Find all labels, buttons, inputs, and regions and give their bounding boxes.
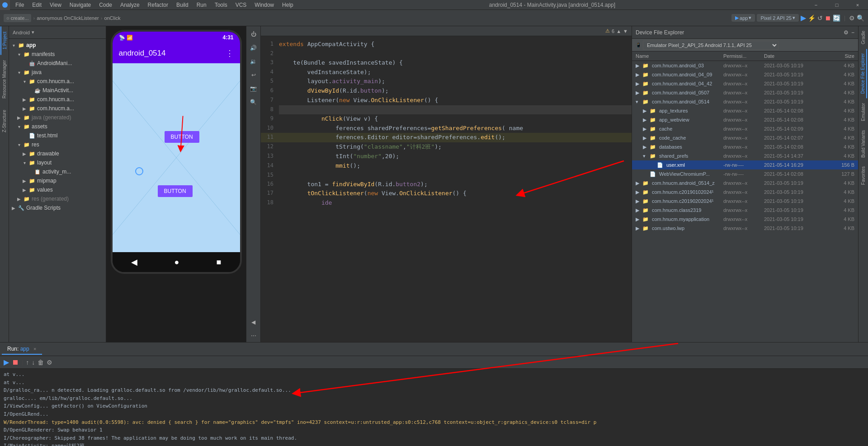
file-row[interactable]: ▶📁com.hnucm.myapplication drwxrwx--x 202… (632, 215, 858, 224)
tree-java[interactable]: ▾ 📁 java (9, 68, 106, 77)
tree-com3[interactable]: ▶ 📁 com.hnucm.a... (9, 104, 106, 113)
search-button[interactable]: 🔍 (857, 14, 864, 22)
tool-volume-down[interactable]: 🔉 (247, 55, 260, 68)
sync-button[interactable]: 🔄 (833, 14, 840, 22)
tree-res-generated[interactable]: ▶ 📁 res (generated) (9, 194, 106, 203)
file-row[interactable]: 📄WebViewChromiumP... -rw-rw---- 2021-05-… (632, 169, 858, 178)
menu-help[interactable]: Help (278, 1, 297, 9)
device-emulator-selector[interactable]: 📱 Emulator Pixel_2_API_25 Android 7.1.1,… (632, 39, 858, 52)
device-explorer-gear-icon[interactable]: ⚙ (844, 29, 849, 36)
file-row[interactable]: ▶📁com.hnucm.c20190202024¹ drwxrwx--x 202… (632, 197, 858, 206)
tree-assets[interactable]: ▾ 📁 assets (9, 122, 106, 131)
tool-power[interactable]: ⏻ (247, 28, 260, 41)
run-clear-btn[interactable]: 🗑 (38, 359, 44, 366)
device-explorer-close-icon[interactable]: − (851, 29, 854, 36)
tree-androidmanifest[interactable]: 🤖 AndroidMani... (9, 59, 106, 68)
rerun-button[interactable]: ↺ (817, 14, 823, 22)
minimize-button[interactable]: − (806, 0, 826, 10)
phone-button2[interactable]: BUTTON (158, 185, 193, 197)
tab-1project[interactable]: 1:Project (0, 26, 8, 55)
emulator-dropdown[interactable]: Emulator Pixel_2_API_25 Android 7.1.1, A… (643, 41, 778, 50)
file-row[interactable]: ▶📁com.hnucm.android_04_42 drwxrwx--x 202… (632, 79, 858, 88)
tool-screenshot[interactable]: 📷 (247, 82, 260, 95)
menu-code[interactable]: Code (95, 1, 116, 9)
menu-build[interactable]: Build (173, 1, 192, 9)
tab-resource-manager[interactable]: Resource Manager (1, 55, 8, 104)
menu-analyze[interactable]: Analyze (117, 1, 143, 9)
maximize-button[interactable]: □ (826, 0, 847, 10)
tool-rotate[interactable]: ↩ (247, 69, 260, 81)
project-dropdown-icon[interactable]: ▾ (32, 29, 34, 35)
file-row[interactable]: ▶📁code_cache drwxrwx--x 2021-05-14 02:07… (632, 133, 858, 142)
file-row[interactable]: ▶📁com.hnucm.android_04_09 drwxrwx--x 202… (632, 70, 858, 79)
file-row[interactable]: ▾📁shared_prefs drwxrwx--x 2021-05-14 14:… (632, 151, 858, 160)
tool-ellipsis[interactable]: ⋯ (247, 329, 260, 342)
tool-volume-up[interactable]: 🔊 (247, 42, 260, 54)
menu-refactor[interactable]: Refactor (144, 1, 172, 9)
phone-button1[interactable]: BUTTON (165, 131, 199, 143)
menu-window[interactable]: Window (251, 1, 278, 9)
nav-recent[interactable]: ■ (217, 258, 222, 267)
nav-back[interactable]: ◀ (131, 257, 137, 267)
tool-zoom[interactable]: 🔍 (247, 96, 260, 108)
debug-button[interactable]: ⚡ (808, 14, 816, 22)
tree-drawable[interactable]: ▶ 📁 drawable (9, 149, 106, 158)
tab-emulator[interactable]: Emulator (860, 99, 867, 126)
file-row-user-xml[interactable]: 📄user.xml -rw-rw---- 2021-05-14 16:29 15… (632, 160, 858, 169)
tree-com2[interactable]: ▶ 📁 com.hnucm.a... (9, 95, 106, 104)
menu-edit[interactable]: Edit (28, 1, 45, 9)
menu-run[interactable]: Run (193, 1, 210, 9)
tree-com1[interactable]: ▾ 📁 com.hnucm.a... (9, 77, 106, 86)
close-button[interactable]: × (847, 0, 868, 10)
app-selector[interactable]: ▶ app ▾ (731, 14, 755, 22)
device-selector[interactable]: Pixel 2 API 25 ▾ (757, 14, 799, 22)
tree-mainactivity[interactable]: ☕ MainActivit... (9, 86, 106, 95)
tab-z-structure[interactable]: Z-Structure (1, 104, 8, 138)
tree-res[interactable]: ▾ 📁 res (9, 140, 106, 149)
tree-layout[interactable]: ▾ 📁 layout (9, 158, 106, 167)
tool-back[interactable]: ◀ (247, 316, 260, 329)
file-row[interactable]: ▶📁com.hnucm.c20190102024¹ drwxrwx--x 202… (632, 188, 858, 197)
run-restart-btn[interactable]: ▶ (4, 358, 9, 366)
menu-vcs[interactable]: VCS (232, 1, 250, 9)
tree-values[interactable]: ▶ 📁 values (9, 185, 106, 194)
close-run-tab[interactable]: × (33, 346, 36, 352)
nav-home[interactable]: ● (175, 258, 179, 267)
tab-gradle[interactable]: Gradle (860, 26, 867, 49)
tree-manifests[interactable]: ▾ 📁 manifests (9, 50, 106, 59)
run-stop-btn[interactable]: ⏹ (12, 358, 19, 366)
file-row[interactable]: ▶📁databases drwxrwx--x 2021-05-14 02:08 … (632, 142, 858, 151)
tree-gradle-scripts[interactable]: ▶ 🔧 Gradle Scripts (9, 203, 106, 212)
stop-button[interactable]: ⏹ (825, 14, 831, 22)
menu-file[interactable]: File (12, 1, 28, 9)
tree-testhtml[interactable]: 📄 test.html (9, 131, 106, 140)
menu-navigate[interactable]: Navigate (66, 1, 94, 9)
run-settings-btn[interactable]: ⚙ (47, 359, 52, 366)
tree-activity-main[interactable]: 📋 activity_m... (9, 167, 106, 176)
tab-favorites[interactable]: Favorites (860, 162, 867, 189)
file-row[interactable]: ▶📁app_textures drwxrwx--x 2021-05-14 02:… (632, 106, 858, 115)
tree-java-generated[interactable]: ▶ 📁 java (generated) (9, 113, 106, 122)
file-row[interactable]: ▶📁com.hnucm.android_0507 drwxrwx--x 2021… (632, 88, 858, 97)
file-row[interactable]: ▶📁app_webview drwxrwx--x 2021-05-14 02:0… (632, 115, 858, 124)
run-up-btn[interactable]: ↑ (26, 359, 29, 366)
tab-device-file-explorer[interactable]: Device File Explorer (859, 49, 867, 98)
run-down-btn[interactable]: ↓ (32, 359, 35, 366)
tree-app[interactable]: ▾ 📁 app (9, 41, 106, 50)
up-arrow-icon[interactable]: ▲ (616, 28, 621, 34)
tab-build-variants[interactable]: Build Variants (860, 126, 867, 162)
tree-mipmap[interactable]: ▶ 📁 mipmap (9, 176, 106, 185)
run-button[interactable]: ▶ (801, 14, 806, 22)
file-row[interactable]: ▶📁com.hnucm.android_03 drwxrwx--x 2021-0… (632, 61, 858, 70)
warning-count[interactable]: 6 (612, 28, 614, 34)
file-row-cache[interactable]: ▶📁cache drwxrwx--x 2021-05-14 02:09 4 KB (632, 124, 858, 133)
toolbar-create[interactable]: ○ create... (4, 14, 31, 22)
menu-view[interactable]: View (46, 1, 65, 9)
bottom-tab-run[interactable]: Run: app × (2, 344, 42, 355)
down-arrow-icon[interactable]: ▼ (623, 28, 628, 34)
file-row[interactable]: ▶📁com.ustwo.lwp drwxrwx--x 2021-03-05 10… (632, 224, 858, 233)
file-row[interactable]: ▶📁com.hnucm.class2319 drwxrwx--x 2021-03… (632, 206, 858, 215)
file-row[interactable]: ▾📁com.hnucm.android_0514 drwxrwx--x 2021… (632, 97, 858, 106)
menu-tools[interactable]: Tools (211, 1, 231, 9)
file-row[interactable]: ▶📁com.hnucm.android_0514_z drwxrwx--x 20… (632, 178, 858, 188)
